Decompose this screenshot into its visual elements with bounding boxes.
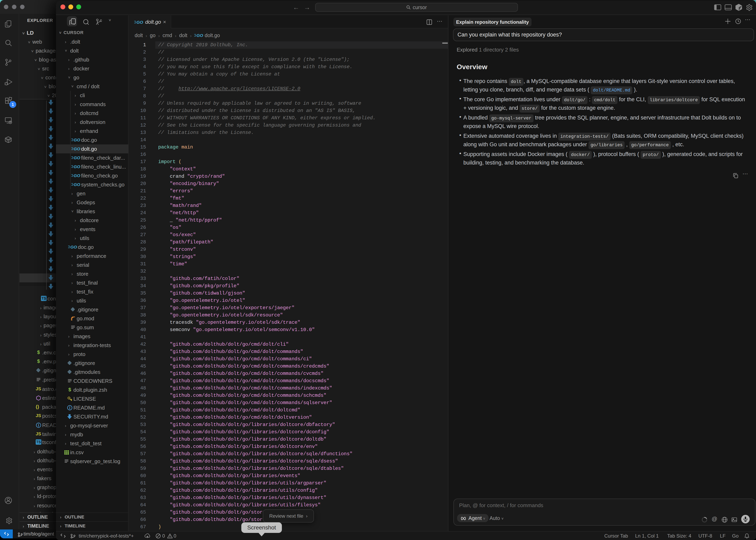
svg-text:GO: GO [74, 173, 80, 178]
svg-text:GO: GO [196, 33, 203, 38]
svg-text:GO: GO [74, 182, 80, 187]
svg-text:GO: GO [74, 155, 80, 160]
svg-text:GO: GO [74, 146, 80, 151]
svg-text:GO: GO [137, 20, 143, 25]
svg-text:GO: GO [74, 138, 80, 142]
svg-text:GO: GO [70, 245, 77, 249]
svg-text:GO: GO [74, 164, 80, 169]
